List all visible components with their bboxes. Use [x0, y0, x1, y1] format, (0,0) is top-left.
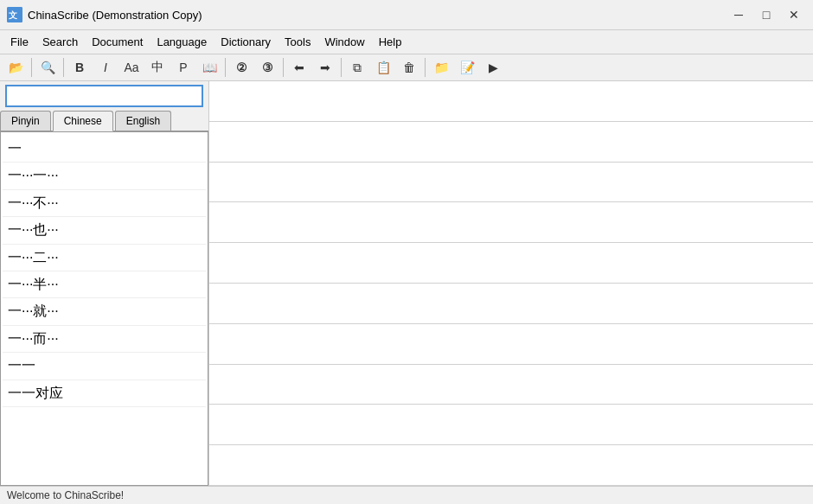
edit-doc-btn[interactable]: 📝	[455, 56, 479, 79]
titlebar: 文 ChinaScribe (Demonstration Copy) ─ □ ✕	[0, 0, 813, 30]
doc-line	[209, 202, 813, 243]
menu-item-language[interactable]: Language	[150, 32, 214, 52]
dict-list-wrapper: 一一···一···一···不···一···也···一···二···一···半··…	[0, 131, 208, 486]
doc-line	[209, 243, 813, 284]
dict-list: 一一···一···一···不···一···也···一···二···一···半··…	[1, 132, 208, 485]
app-icon: 文	[7, 7, 22, 22]
sep5	[341, 58, 342, 77]
open-folder-btn[interactable]: 📂	[3, 56, 28, 79]
doc-line	[209, 284, 813, 324]
tab-bar: PinyinChineseEnglish	[0, 111, 208, 131]
italic-btn[interactable]: I	[93, 56, 118, 79]
tab-english[interactable]: English	[115, 111, 171, 131]
statusbar: Welcome to ChinaScribe!	[0, 486, 813, 504]
status-text: Welcome to ChinaScribe!	[7, 489, 124, 501]
list-item[interactable]: 一···二···	[3, 245, 206, 271]
minimize-button[interactable]: ─	[727, 5, 751, 24]
num3-btn[interactable]: ③	[255, 56, 279, 79]
menu-item-window[interactable]: Window	[317, 32, 371, 52]
doc-line	[209, 163, 813, 203]
list-item[interactable]: 一···一···	[3, 163, 206, 189]
bold-btn[interactable]: B	[67, 56, 92, 79]
folder-yellow-btn[interactable]: 📁	[429, 56, 453, 79]
menu-item-help[interactable]: Help	[372, 32, 409, 52]
search-wrapper	[0, 81, 208, 111]
menu-item-tools[interactable]: Tools	[278, 32, 317, 52]
window-controls: ─ □ ✕	[727, 5, 806, 24]
close-button[interactable]: ✕	[782, 5, 806, 24]
list-item[interactable]: 一一对应	[3, 380, 206, 407]
menu-item-dictionary[interactable]: Dictionary	[214, 32, 278, 52]
sep2	[63, 58, 64, 77]
sep3	[225, 58, 226, 77]
doc-line	[209, 445, 813, 486]
main-area: PinyinChineseEnglish 一一···一···一···不···一·…	[0, 81, 813, 486]
doc-lines	[209, 81, 813, 486]
list-item[interactable]: 一···不···	[3, 190, 206, 217]
search-input[interactable]	[5, 85, 203, 107]
doc-area	[209, 81, 813, 486]
list-item[interactable]: 一···而···	[3, 326, 206, 353]
back-btn[interactable]: ⬅	[287, 56, 311, 79]
menu-item-search[interactable]: Search	[35, 32, 85, 52]
forward-btn[interactable]: ➡	[313, 56, 337, 79]
chinese-char-btn[interactable]: 中	[145, 56, 170, 79]
clear-btn[interactable]: 🗑	[397, 56, 421, 79]
menu-item-document[interactable]: Document	[85, 32, 150, 52]
sep1	[31, 58, 32, 77]
menubar: FileSearchDocumentLanguageDictionaryTool…	[0, 30, 813, 54]
num2-btn[interactable]: ②	[229, 56, 253, 79]
copy2-btn[interactable]: ⧉	[345, 56, 369, 79]
zoom-search-btn[interactable]: 🔍	[35, 56, 60, 79]
list-item[interactable]: 一···就···	[3, 298, 206, 325]
maximize-button[interactable]: □	[754, 5, 778, 24]
font-size-btn[interactable]: Aa	[119, 56, 144, 79]
list-item[interactable]: 一···也···	[3, 217, 206, 244]
sep6	[425, 58, 426, 77]
tab-chinese[interactable]: Chinese	[53, 111, 113, 131]
menu-item-file[interactable]: File	[3, 32, 35, 52]
doc-line	[209, 81, 813, 122]
book-btn[interactable]: 📖	[197, 56, 221, 79]
tab-pinyin[interactable]: Pinyin	[0, 111, 51, 131]
pinyin-btn[interactable]: P	[171, 56, 195, 79]
toolbar: 📂🔍BIAa中P📖②③⬅➡⧉📋🗑📁📝▶	[0, 54, 813, 81]
doc-line	[209, 324, 813, 365]
doc-line	[209, 122, 813, 163]
app-title: ChinaScribe (Demonstration Copy)	[28, 9, 727, 22]
svg-text:文: 文	[9, 10, 17, 20]
extra-btn[interactable]: ▶	[481, 56, 505, 79]
left-panel: PinyinChineseEnglish 一一···一···一···不···一·…	[0, 81, 209, 486]
list-item[interactable]: 一	[3, 136, 206, 163]
sep4	[283, 58, 284, 77]
doc-line	[209, 405, 813, 445]
list-item[interactable]: 一一	[3, 353, 206, 380]
list-item[interactable]: 一···半···	[3, 271, 206, 298]
paste-btn[interactable]: 📋	[371, 56, 395, 79]
doc-line	[209, 365, 813, 405]
